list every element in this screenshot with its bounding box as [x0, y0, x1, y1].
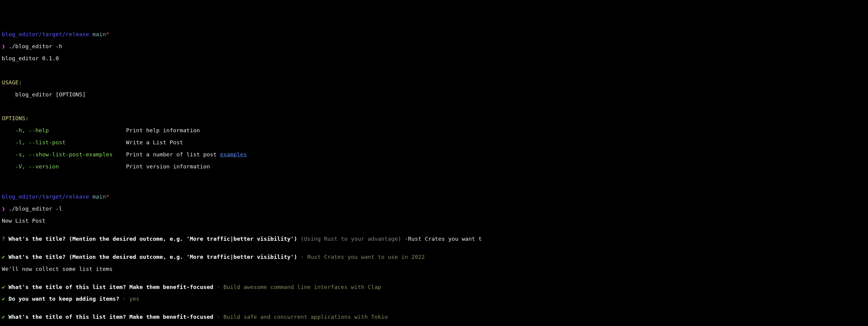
collect-items-label: We'll now collect some list items	[2, 266, 866, 272]
question-hint: (Using Rust to your advantage)	[297, 236, 404, 242]
question-text: Do you want to keep adding items?	[5, 296, 119, 302]
prompt-line-1: blog_editor/target/release main*	[2, 31, 866, 37]
option-flag: -V, --version	[2, 163, 59, 170]
answer-text: yes	[129, 296, 139, 302]
option-row: -l, --list-post Write a List Post	[2, 139, 866, 145]
option-desc: Print a number of list post	[126, 151, 220, 158]
option-row: -s, --show-list-post-examples Print a nu…	[2, 152, 866, 158]
examples-link[interactable]: examples	[220, 151, 247, 158]
cwd-path: blog_editor/target/release	[2, 193, 89, 200]
prompt-arrow: ❯	[2, 43, 5, 50]
command-line-1[interactable]: ❯ ./blog_editor -h	[2, 43, 866, 50]
prompt-line-2: blog_editor/target/release main*	[2, 194, 866, 200]
check-icon: ✔	[2, 284, 5, 290]
option-flag: -l, --list-post	[2, 139, 66, 145]
blank-line	[2, 67, 866, 73]
question-text: What's the title of this list item? Make…	[5, 284, 213, 290]
option-desc: Write a List Post	[126, 139, 183, 145]
option-desc: Print version information	[126, 163, 210, 170]
session-header: New List Post	[2, 218, 866, 224]
option-flag: -h, --help	[2, 127, 49, 133]
option-row: -V, --version Print version information	[2, 164, 866, 170]
question-text: What's the title? (Mention the desired o…	[5, 254, 297, 260]
git-branch: main	[93, 31, 106, 37]
check-icon: ✔	[2, 314, 5, 320]
git-branch: main	[93, 193, 106, 200]
option-flag: -s, --show-list-post-examples	[2, 151, 113, 158]
answer-text: Build awesome command line interfaces wi…	[223, 284, 381, 290]
title-question-active[interactable]: ? What's the title? (Mention the desired…	[2, 236, 866, 242]
command-text: ./blog_editor -h	[8, 43, 62, 50]
git-dirty-indicator: *	[106, 31, 109, 37]
list-item-title-done: ✔ What's the title of this list item? Ma…	[2, 314, 866, 320]
help-name-version: blog_editor 0.1.0	[2, 56, 866, 62]
keep-adding-done: ✔ Do you want to keep adding items? · ye…	[2, 296, 866, 302]
prompt-arrow: ❯	[2, 205, 5, 212]
user-input[interactable]: Rust Crates you want t	[408, 236, 482, 242]
command-text: ./blog_editor -l	[8, 205, 62, 212]
option-desc: Print help information	[126, 127, 200, 133]
blank-line	[2, 176, 866, 182]
list-item-title-done: ✔ What's the title of this list item? Ma…	[2, 284, 866, 290]
question-mark-icon: ?	[2, 236, 5, 242]
question-text: What's the title? (Mention the desired o…	[5, 236, 297, 242]
blank-line	[2, 103, 866, 109]
options-label: OPTIONS:	[2, 116, 866, 122]
git-dirty-indicator: *	[106, 193, 109, 200]
option-row: -h, --help Print help information	[2, 127, 866, 133]
title-question-done: ✔ What's the title? (Mention the desired…	[2, 254, 866, 260]
command-line-2[interactable]: ❯ ./blog_editor -l	[2, 206, 866, 212]
caret-icon: ›	[405, 236, 408, 242]
answer-text: Build safe and concurrent applications w…	[223, 314, 388, 320]
answer-text: Rust Crates you want to use in 2022	[307, 254, 425, 260]
usage-line: blog_editor [OPTIONS]	[2, 92, 866, 98]
cwd-path: blog_editor/target/release	[2, 31, 89, 37]
usage-label: USAGE:	[2, 79, 866, 86]
check-icon: ✔	[2, 254, 5, 260]
check-icon: ✔	[2, 296, 5, 302]
question-text: What's the title of this list item? Make…	[5, 314, 213, 320]
